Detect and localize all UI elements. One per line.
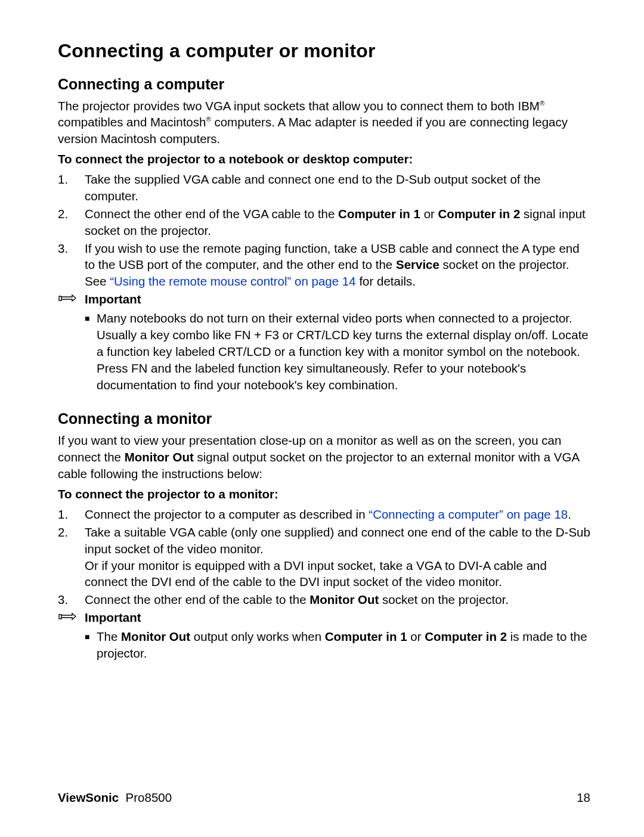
list-number: 1. xyxy=(58,171,85,204)
bold-text: Monitor Out xyxy=(121,630,190,643)
note-title: Important xyxy=(85,609,590,626)
list-number: 2. xyxy=(58,524,85,591)
list-text: Connect the other end of the cable to th… xyxy=(85,591,590,608)
list-item: 3. If you wish to use the remote paging … xyxy=(58,240,590,290)
section1-paragraph: The projector provides two VGA input soc… xyxy=(58,98,590,148)
hand-point-icon xyxy=(58,609,85,662)
note-title: Important xyxy=(85,291,590,308)
list-text: If you wish to use the remote paging fun… xyxy=(85,240,590,290)
registered-mark: ® xyxy=(540,100,544,107)
page-title: Connecting a computer or monitor xyxy=(58,38,590,64)
text: for details. xyxy=(356,274,416,288)
list-number: 2. xyxy=(58,206,85,239)
text: Connect the other end of the VGA cable t… xyxy=(85,207,338,221)
note-bullet: ■ Many notebooks do not turn on their ex… xyxy=(85,310,590,393)
text: or xyxy=(420,207,438,221)
text: The projector provides two VGA input soc… xyxy=(58,99,540,113)
important-note: Important ■ The Monitor Out output only … xyxy=(58,609,590,662)
note-text: The Monitor Out output only works when C… xyxy=(97,628,590,662)
bold-text: Service xyxy=(396,258,439,271)
square-bullet-icon: ■ xyxy=(85,628,97,662)
text: Connect the projector to a computer as d… xyxy=(85,507,369,521)
section1-subheading: To connect the projector to a notebook o… xyxy=(58,151,590,168)
list-text: Connect the projector to a computer as d… xyxy=(85,506,590,523)
list-item: 2. Connect the other end of the VGA cabl… xyxy=(58,206,590,239)
text: or xyxy=(407,630,425,643)
bold-text: Computer in 2 xyxy=(438,207,521,221)
footer-brand: ViewSonic xyxy=(58,790,119,804)
section2-paragraph: If you want to view your presentation cl… xyxy=(58,432,590,482)
list-text: Connect the other end of the VGA cable t… xyxy=(85,206,590,239)
text: The xyxy=(97,630,121,643)
bold-text: Computer in 1 xyxy=(325,630,407,643)
list-item: 3. Connect the other end of the cable to… xyxy=(58,591,590,608)
list-text: Take the supplied VGA cable and connect … xyxy=(85,171,590,204)
note-text: Many notebooks do not turn on their exte… xyxy=(97,310,590,393)
square-bullet-icon: ■ xyxy=(85,310,97,393)
note-bullet: ■ The Monitor Out output only works when… xyxy=(85,628,590,662)
list-item: 1. Take the supplied VGA cable and conne… xyxy=(58,171,590,204)
text: Take a suitable VGA cable (only one supp… xyxy=(85,524,590,557)
bold-text: Computer in 2 xyxy=(425,630,507,643)
cross-reference-link[interactable]: “Using the remote mouse control” on page… xyxy=(110,274,356,288)
section-heading-computer: Connecting a computer xyxy=(58,74,590,94)
section1-ordered-list: 1. Take the supplied VGA cable and conne… xyxy=(58,171,590,290)
footer-page-number: 18 xyxy=(577,789,590,806)
text: socket on the projector. xyxy=(379,593,509,606)
section2-ordered-list: 1. Connect the projector to a computer a… xyxy=(58,506,590,608)
bold-text: Monitor Out xyxy=(309,593,379,606)
bold-text: Monitor Out xyxy=(125,450,194,464)
cross-reference-link[interactable]: “Connecting a computer” on page 18 xyxy=(369,507,568,521)
footer-model: Pro8500 xyxy=(126,790,172,804)
bold-text: Computer in 1 xyxy=(338,207,420,221)
registered-mark: ® xyxy=(206,116,210,123)
section-heading-monitor: Connecting a monitor xyxy=(58,408,590,429)
section2-subheading: To connect the projector to a monitor: xyxy=(58,486,590,503)
page-footer: ViewSonic Pro8500 18 xyxy=(58,789,590,806)
text: Or if your monitor is equipped with a DV… xyxy=(85,557,590,591)
list-text: Take a suitable VGA cable (only one supp… xyxy=(85,524,590,591)
text: . xyxy=(568,507,571,521)
list-item: 1. Connect the projector to a computer a… xyxy=(58,506,590,523)
list-number: 3. xyxy=(58,591,85,608)
list-number: 1. xyxy=(58,506,85,523)
list-item: 2. Take a suitable VGA cable (only one s… xyxy=(58,524,590,591)
important-note: Important ■ Many notebooks do not turn o… xyxy=(58,291,590,393)
text: output only works when xyxy=(190,630,325,643)
text: compatibles and Macintosh xyxy=(58,115,206,129)
footer-product: ViewSonic Pro8500 xyxy=(58,789,172,806)
text: Connect the other end of the cable to th… xyxy=(85,593,309,606)
list-number: 3. xyxy=(58,240,85,290)
hand-point-icon xyxy=(58,291,85,393)
